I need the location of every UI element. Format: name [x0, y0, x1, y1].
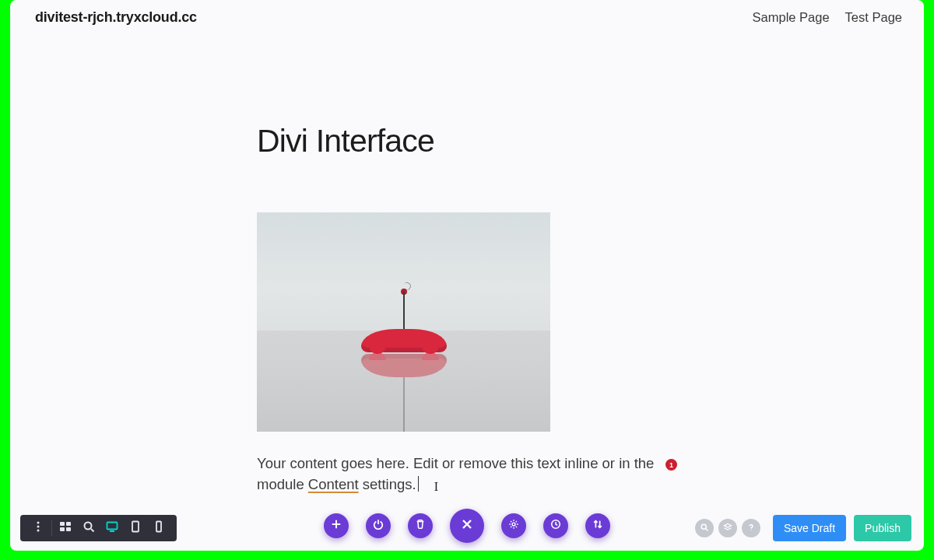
dots-vertical-icon — [32, 520, 44, 536]
tablet-icon — [129, 520, 142, 536]
zoom-view-button[interactable] — [77, 516, 100, 540]
primary-nav: Sample Page Test Page — [753, 10, 902, 25]
svg-rect-6 — [66, 527, 71, 531]
gear-icon — [508, 519, 519, 533]
svg-point-0 — [37, 522, 40, 524]
page-title[interactable]: Divi Interface — [257, 123, 693, 159]
grid-icon — [59, 520, 72, 536]
sort-icon — [592, 519, 603, 533]
help-button[interactable] — [742, 519, 760, 537]
sort-button[interactable] — [585, 513, 610, 538]
text-module[interactable]: Your content goes here. Edit or remove t… — [257, 453, 662, 495]
svg-point-1 — [37, 526, 40, 528]
builder-toolbar — [324, 509, 610, 543]
builder-frame: divitest-rjch.tryxcloud.cc Sample Page T… — [10, 0, 924, 551]
svg-rect-5 — [60, 527, 65, 531]
desktop-icon — [106, 520, 118, 536]
close-icon — [461, 518, 473, 534]
help-icon — [746, 521, 756, 535]
site-title[interactable]: divitest-rjch.tryxcloud.cc — [35, 9, 197, 26]
svg-line-8 — [91, 529, 94, 532]
text-post: settings. — [359, 476, 416, 492]
nav-test-page[interactable]: Test Page — [845, 10, 902, 25]
umbrella-reflection — [357, 354, 451, 377]
power-button[interactable] — [366, 513, 391, 538]
top-bar: divitest-rjch.tryxcloud.cc Sample Page T… — [10, 0, 924, 34]
svg-point-22 — [750, 530, 751, 530]
history-button[interactable] — [543, 513, 568, 538]
right-icon-group — [695, 519, 760, 537]
text-caret — [418, 476, 419, 492]
svg-rect-11 — [132, 522, 139, 532]
plus-icon — [331, 519, 342, 533]
add-module-button[interactable] — [324, 513, 349, 538]
phone-icon — [153, 520, 165, 536]
save-toolbar: Save Draft Publish — [695, 515, 911, 541]
svg-rect-3 — [60, 522, 65, 526]
clock-icon — [550, 519, 561, 533]
umbrella-graphic — [357, 329, 451, 352]
more-options-button[interactable] — [26, 516, 50, 540]
power-icon — [373, 519, 384, 533]
close-builder-button[interactable] — [450, 509, 484, 543]
svg-rect-12 — [156, 522, 161, 532]
svg-point-18 — [512, 523, 515, 526]
desktop-view-button[interactable] — [100, 516, 124, 540]
search-icon — [700, 521, 709, 535]
find-button[interactable] — [695, 519, 714, 537]
view-toolbar — [20, 515, 177, 541]
image-module[interactable] — [257, 212, 550, 432]
search-icon — [83, 520, 95, 536]
publish-button[interactable]: Publish — [854, 515, 911, 541]
trash-button[interactable] — [408, 513, 433, 538]
layers-icon — [723, 521, 732, 535]
layers-button[interactable] — [718, 519, 737, 537]
svg-rect-4 — [66, 522, 71, 526]
wireframe-view-button[interactable] — [54, 516, 77, 540]
svg-point-20 — [701, 524, 706, 529]
notification-badge[interactable]: 1 — [665, 459, 677, 471]
spellcheck-word[interactable]: Content — [308, 476, 359, 492]
phone-view-button[interactable] — [147, 516, 170, 540]
svg-rect-9 — [107, 523, 118, 530]
cursor-ibeam-icon: I — [434, 478, 438, 495]
tablet-view-button[interactable] — [124, 516, 147, 540]
nav-sample-page[interactable]: Sample Page — [753, 10, 830, 25]
svg-point-2 — [37, 530, 40, 532]
trash-icon — [415, 519, 426, 533]
svg-point-7 — [85, 523, 92, 530]
save-draft-button[interactable]: Save Draft — [773, 515, 846, 541]
page-content: Divi Interface Your content goes here. E… — [257, 123, 693, 495]
page-settings-button[interactable] — [501, 513, 526, 538]
svg-line-21 — [706, 529, 708, 531]
